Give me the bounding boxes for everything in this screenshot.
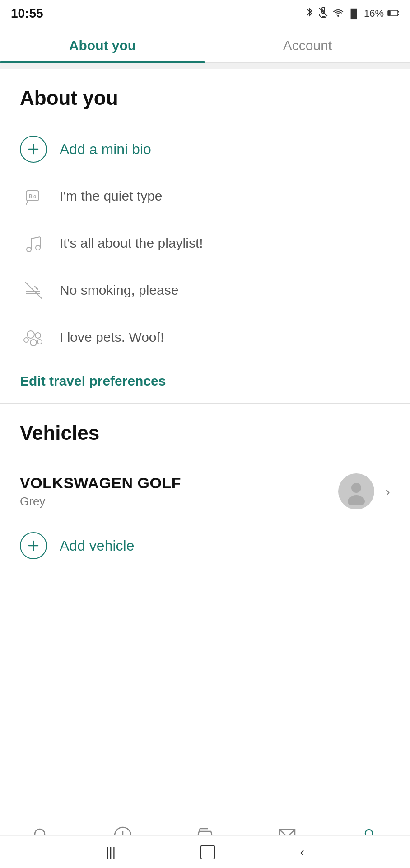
battery-percent: 16% — [364, 8, 384, 19]
svg-point-25 — [348, 495, 365, 505]
add-vehicle-icon — [20, 532, 47, 559]
pref-smoking-text: No smoking, please — [60, 283, 178, 298]
pref-quiet-text: I'm the quiet type — [60, 189, 163, 204]
system-nav-home[interactable] — [200, 845, 215, 859]
svg-point-20 — [35, 333, 41, 338]
vehicle-right: › — [313, 473, 390, 509]
plus-vehicle-icon — [25, 538, 42, 554]
vehicles-section: Vehicles VOLKSWAGEN GOLF Grey › — [0, 404, 410, 577]
add-bio-icon — [20, 136, 47, 163]
pref-playlist-text: It's all about the playlist! — [60, 236, 203, 251]
system-nav-bar: ||| ‹ — [0, 835, 410, 868]
pref-row-quiet[interactable]: Bio I'm the quiet type — [20, 173, 390, 220]
about-you-title: About you — [20, 87, 390, 109]
vehicles-title: Vehicles — [20, 422, 390, 444]
tab-account[interactable]: Account — [205, 25, 410, 62]
svg-line-15 — [31, 237, 40, 239]
about-you-section: About you Add a mini bio Bio I'm the qui… — [0, 69, 410, 403]
vehicle-name: VOLKSWAGEN GOLF — [20, 474, 313, 492]
svg-line-0 — [319, 8, 327, 16]
battery-icon — [387, 8, 399, 19]
tabs-container: About you Account — [0, 25, 410, 63]
status-bar: 10:55 ▐▌ 16% — [0, 0, 410, 25]
vehicle-color: Grey — [20, 495, 313, 509]
svg-point-19 — [27, 331, 34, 338]
section-divider — [0, 63, 410, 69]
svg-point-24 — [351, 483, 361, 493]
music-icon — [20, 230, 47, 257]
pref-row-pets[interactable]: I love pets. Woof! — [20, 314, 390, 361]
add-vehicle-row[interactable]: Add vehicle — [20, 522, 390, 577]
pets-icon — [20, 324, 47, 351]
svg-point-21 — [24, 338, 28, 342]
mute-icon — [318, 7, 329, 20]
edit-travel-preferences-link[interactable]: Edit travel preferences — [20, 361, 390, 403]
system-nav-back[interactable]: ‹ — [300, 845, 304, 859]
chevron-right-icon: › — [385, 483, 390, 500]
svg-point-23 — [37, 340, 42, 344]
svg-point-11 — [27, 247, 31, 252]
bluetooth-icon — [304, 6, 314, 21]
no-smoking-icon — [20, 277, 47, 304]
quiet-icon: Bio — [20, 183, 47, 210]
vehicle-info: VOLKSWAGEN GOLF Grey — [20, 474, 313, 509]
pref-row-playlist[interactable]: It's all about the playlist! — [20, 220, 390, 267]
signal-icon: ▐▌ — [348, 9, 360, 19]
plus-icon — [25, 141, 42, 157]
tab-about-you[interactable]: About you — [0, 25, 205, 62]
add-bio-row[interactable]: Add a mini bio — [20, 126, 390, 173]
avatar-icon — [343, 478, 370, 505]
svg-rect-6 — [388, 11, 390, 15]
pref-row-smoking[interactable]: No smoking, please — [20, 267, 390, 314]
pref-pets-text: I love pets. Woof! — [60, 330, 164, 345]
svg-line-16 — [25, 282, 42, 298]
status-icons: ▐▌ 16% — [304, 6, 399, 21]
vehicle-row[interactable]: VOLKSWAGEN GOLF Grey › — [20, 461, 390, 522]
wifi-icon — [332, 8, 344, 19]
status-time: 10:55 — [11, 6, 43, 21]
svg-text:Bio: Bio — [29, 194, 36, 199]
system-nav-recents[interactable]: ||| — [106, 845, 116, 859]
vehicle-avatar — [338, 473, 374, 509]
svg-point-12 — [36, 245, 40, 250]
svg-point-22 — [30, 340, 37, 346]
add-vehicle-label: Add vehicle — [60, 538, 134, 554]
add-bio-label: Add a mini bio — [60, 141, 151, 158]
